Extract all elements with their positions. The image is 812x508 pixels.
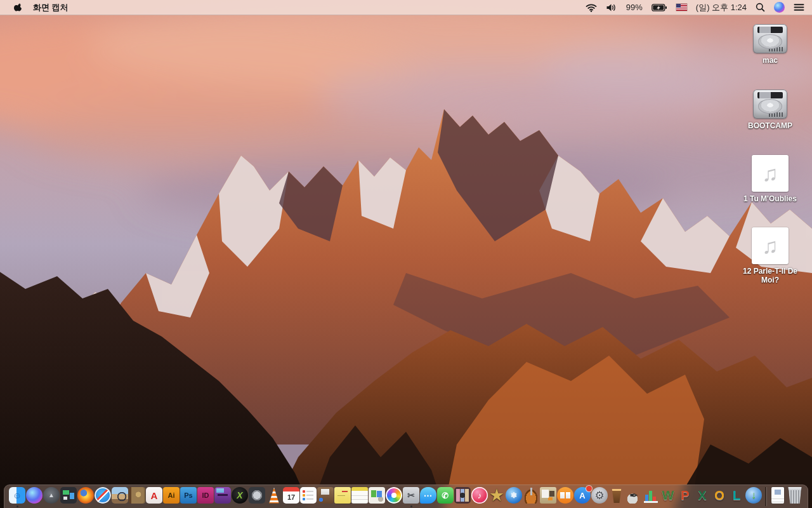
contacts[interactable] [129, 487, 145, 507]
input-source-flag-icon[interactable] [676, 4, 687, 11]
music-note-icon: ♫ [762, 235, 778, 257]
finder[interactable]: ☺ [9, 487, 25, 507]
wallpaper [0, 0, 812, 508]
mission-control[interactable] [60, 487, 77, 507]
launchpad[interactable]: ▲ [43, 487, 60, 507]
menu-bar-left: 화면 캡처 [0, 2, 138, 13]
ms-word[interactable]: W [660, 487, 676, 507]
spotlight-icon[interactable] [756, 3, 765, 12]
apple-icon [13, 2, 22, 13]
mail-archive-box[interactable] [317, 487, 334, 507]
active-app-menu[interactable]: 화면 캡처 [33, 2, 69, 13]
safari[interactable] [95, 487, 111, 507]
drive-mac[interactable]: mac [738, 24, 802, 65]
audio-file-1[interactable]: ♫ 1 Tu M'Oublies [738, 155, 802, 204]
ibooks[interactable] [557, 487, 573, 507]
battery-percent: 99% [626, 3, 643, 12]
adobe-indesign[interactable]: ID [197, 487, 214, 507]
desktop-icons: mac BOOTCAMP ♫ 1 Tu M'Oublies ♫ 12 Parle… [738, 24, 802, 309]
dock-divider [763, 487, 769, 507]
notification-center-icon[interactable] [794, 3, 804, 11]
firefox[interactable] [77, 487, 94, 507]
itunes[interactable]: ♪ [471, 487, 488, 507]
drive-label: mac [763, 57, 778, 65]
trash[interactable] [787, 487, 803, 507]
garageband[interactable] [523, 487, 539, 507]
ms-lync[interactable]: L [728, 487, 745, 507]
idvd[interactable]: ✽ [506, 487, 522, 507]
audio-file-icon: ♫ [752, 155, 789, 192]
audio-file-2[interactable]: ♫ 12 Parle-T-Il De Moi? [738, 227, 802, 285]
file-label: 1 Tu M'Oublies [743, 195, 797, 204]
adobe-illustrator[interactable]: Ai [163, 487, 180, 507]
system-preferences[interactable]: ⚙ [591, 487, 608, 507]
facetime[interactable]: ✆ [437, 487, 454, 507]
photo-booth[interactable] [454, 487, 471, 507]
file-label: 12 Parle-T-Il De Moi? [738, 267, 802, 285]
ms-excel[interactable]: X [694, 487, 710, 507]
xbmc[interactable]: X [232, 487, 248, 507]
menu-bar-status: 99% (일) 오후 1:24 [586, 2, 812, 13]
scrapbook[interactable] [540, 487, 556, 507]
toast-titanium[interactable] [214, 487, 231, 507]
hard-drive-icon [753, 24, 787, 53]
preview[interactable] [112, 487, 128, 507]
hard-drive-icon [753, 90, 787, 119]
battery-charging-icon[interactable] [652, 3, 667, 12]
document-file[interactable] [769, 487, 786, 507]
acrobat-reader[interactable]: A [146, 487, 162, 507]
download-manager[interactable]: ↓ [745, 487, 762, 507]
pages[interactable]: ✒ [625, 487, 642, 507]
drive-label: BOOTCAMP [748, 122, 792, 131]
keynote[interactable] [608, 487, 625, 507]
app-store[interactable]: A [574, 487, 591, 507]
wifi-icon[interactable] [586, 3, 597, 12]
disk-tool[interactable] [249, 487, 265, 507]
menu-bar-clock[interactable]: (일) 오후 1:24 [696, 2, 747, 13]
vlc[interactable] [266, 487, 282, 507]
messages[interactable]: … [420, 487, 436, 507]
adobe-photoshop[interactable]: Ps [180, 487, 197, 507]
reminders[interactable] [300, 487, 317, 507]
grab-screen-capture[interactable]: ✂ [403, 487, 419, 507]
numbers[interactable] [643, 487, 659, 507]
desktop-screen: 화면 캡처 99% [0, 0, 812, 508]
notes[interactable] [351, 487, 368, 507]
imovie[interactable]: ★ [488, 487, 505, 507]
audio-file-icon: ♫ [752, 227, 789, 264]
siri[interactable] [26, 487, 43, 507]
apple-menu[interactable] [13, 2, 22, 13]
photos[interactable] [386, 487, 402, 507]
stickies[interactable] [334, 487, 351, 507]
dock: ☺▲AAiPsIDX17✂…✆♪★✽A⚙✒WPXOL↓ [4, 485, 808, 508]
ms-powerpoint[interactable]: P [677, 487, 693, 507]
calendar[interactable]: 17 [283, 487, 299, 507]
drive-bootcamp[interactable]: BOOTCAMP [738, 90, 802, 131]
unarchiver[interactable] [369, 487, 385, 507]
volume-icon[interactable] [606, 3, 617, 12]
siri-menu-icon[interactable] [774, 2, 785, 13]
menu-bar: 화면 캡처 99% [0, 0, 812, 15]
ms-outlook[interactable]: O [711, 487, 728, 507]
music-note-icon: ♫ [762, 163, 778, 184]
